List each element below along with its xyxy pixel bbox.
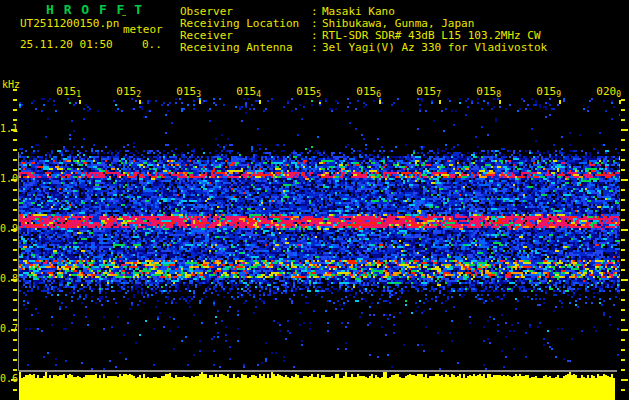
freq-minor-tick-right [621,239,625,241]
freq-minor-tick-right [621,199,625,201]
freq-minor-tick-left [13,109,17,111]
freq-minor-tick-right [621,349,625,351]
freq-major-tick-left [11,329,17,331]
freq-minor-tick-right [621,149,625,151]
freq-minor-tick-left [13,369,17,371]
freq-minor-tick-left [13,289,17,291]
freq-tick-label: 0.6 [0,373,20,384]
output-filename: UT2511200150.pn [20,17,119,30]
freq-minor-tick-left [13,239,17,241]
echo-counter: 0.. [142,38,162,51]
freq-major-tick-left [11,379,17,381]
freq-minor-tick-left [13,249,17,251]
freq-major-tick-right [621,279,628,281]
freq-minor-tick-left [13,149,17,151]
app-title: H R O F F T [46,2,143,17]
freq-minor-tick-left [13,189,17,191]
freq-tick-label: 1.0 [0,173,20,184]
freq-minor-tick-right [621,119,625,121]
freq-minor-tick-left [13,269,17,271]
freq-major-tick-right [621,129,628,131]
freq-minor-tick-left [13,309,17,311]
freq-tick-label: 1.1 [0,123,20,134]
freq-tick-label: 0.8 [0,273,20,284]
freq-minor-tick-left [13,299,17,301]
freq-minor-tick-right [621,339,625,341]
signal-level-meter [19,372,615,400]
freq-major-tick-left [11,279,17,281]
freq-minor-tick-left [13,209,17,211]
freq-minor-tick-left [13,139,17,141]
freq-minor-tick-right [621,369,625,371]
info-row-separator: : [311,41,318,54]
freq-minor-tick-right [621,159,625,161]
freq-minor-tick-left [13,359,17,361]
freq-minor-tick-left [13,319,17,321]
freq-minor-tick-right [621,389,625,391]
freq-minor-tick-right [621,289,625,291]
freq-minor-tick-left [13,339,17,341]
freq-minor-tick-right [621,299,625,301]
freq-minor-tick-left [13,89,17,91]
freq-minor-tick-right [621,309,625,311]
freq-major-tick-right [621,179,628,181]
freq-tick-label: 0.9 [0,223,20,234]
freq-minor-tick-right [621,209,625,211]
freq-minor-tick-left [13,159,17,161]
freq-minor-tick-left [13,349,17,351]
freq-minor-tick-left [13,219,17,221]
freq-minor-tick-right [621,249,625,251]
freq-major-tick-left [11,179,17,181]
info-row-label: Receiving Antenna [180,41,310,54]
freq-tick-label: 0.7 [0,323,20,334]
observation-mode-label: meteor [123,23,163,36]
spectrogram-canvas [19,85,620,370]
freq-minor-tick-left [13,389,17,391]
freq-minor-tick-right [621,219,625,221]
freq-minor-tick-left [13,99,17,101]
freq-minor-tick-right [621,139,625,141]
freq-minor-tick-left [13,259,17,261]
freq-minor-tick-right [621,189,625,191]
freq-major-tick-left [11,229,17,231]
freq-minor-tick-right [621,259,625,261]
freq-major-tick-left [11,129,17,131]
freq-unit-label: kHz [2,79,20,90]
freq-minor-tick-right [621,99,625,101]
freq-minor-tick-right [621,109,625,111]
freq-minor-tick-right [621,169,625,171]
freq-minor-tick-left [13,169,17,171]
datetime-text: 25.11.20 01:50 [20,38,113,51]
freq-minor-tick-right [621,319,625,321]
freq-major-tick-right [621,329,628,331]
freq-minor-tick-right [621,269,625,271]
freq-minor-tick-left [13,119,17,121]
info-row-value: 3el Yagi(V) Az 330 for Vladivostok [322,41,547,54]
freq-minor-tick-left [13,199,17,201]
freq-minor-tick-right [621,359,625,361]
freq-major-tick-right [621,379,628,381]
freq-major-tick-right [621,229,628,231]
